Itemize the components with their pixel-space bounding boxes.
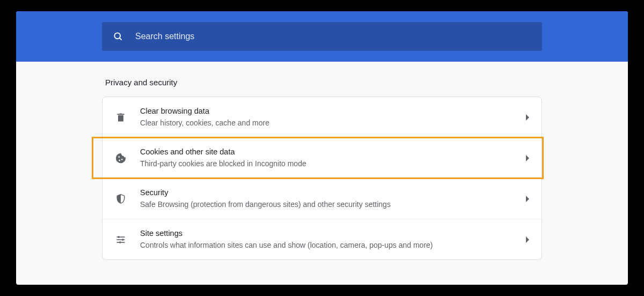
item-title: Clear browsing data (140, 106, 525, 117)
item-title: Site settings (140, 228, 525, 239)
svg-line-1 (120, 38, 122, 40)
search-input[interactable] (135, 32, 531, 41)
settings-window: Privacy and security Clear browsing data… (16, 11, 628, 285)
svg-rect-5 (118, 236, 120, 238)
item-subtitle: Third-party cookies are blocked in Incog… (140, 158, 525, 169)
item-text: Security Safe Browsing (protection from … (140, 187, 525, 210)
item-text: Cookies and other site data Third-party … (140, 146, 525, 169)
chevron-right-icon (525, 114, 530, 121)
trash-icon (114, 111, 127, 124)
svg-rect-6 (122, 239, 124, 240)
item-subtitle: Clear history, cookies, cache and more (140, 117, 525, 129)
item-cookies-and-site-data[interactable]: Cookies and other site data Third-party … (103, 138, 541, 179)
chevron-right-icon (525, 196, 530, 202)
cookie-icon (114, 152, 127, 165)
item-subtitle: Controls what information sites can use … (140, 240, 525, 251)
search-container[interactable] (102, 22, 542, 51)
item-text: Site settings Controls what information … (140, 228, 525, 251)
header-bar (16, 11, 628, 62)
shield-icon (114, 193, 127, 205)
svg-rect-7 (120, 241, 121, 243)
chevron-right-icon (525, 236, 530, 243)
item-subtitle: Safe Browsing (protection from dangerous… (140, 199, 525, 210)
privacy-card: Clear browsing data Clear history, cooki… (102, 97, 542, 260)
section-title: Privacy and security (102, 78, 542, 87)
item-site-settings[interactable]: Site settings Controls what information … (103, 219, 541, 260)
sliders-icon (114, 233, 127, 246)
item-security[interactable]: Security Safe Browsing (protection from … (103, 179, 541, 219)
item-title: Cookies and other site data (140, 146, 525, 158)
item-clear-browsing-data[interactable]: Clear browsing data Clear history, cooki… (103, 97, 541, 138)
search-icon (113, 31, 123, 42)
svg-point-0 (114, 33, 120, 39)
chevron-right-icon (525, 155, 530, 161)
content-area: Privacy and security Clear browsing data… (16, 62, 628, 260)
item-title: Security (140, 187, 525, 198)
item-text: Clear browsing data Clear history, cooki… (140, 106, 525, 129)
